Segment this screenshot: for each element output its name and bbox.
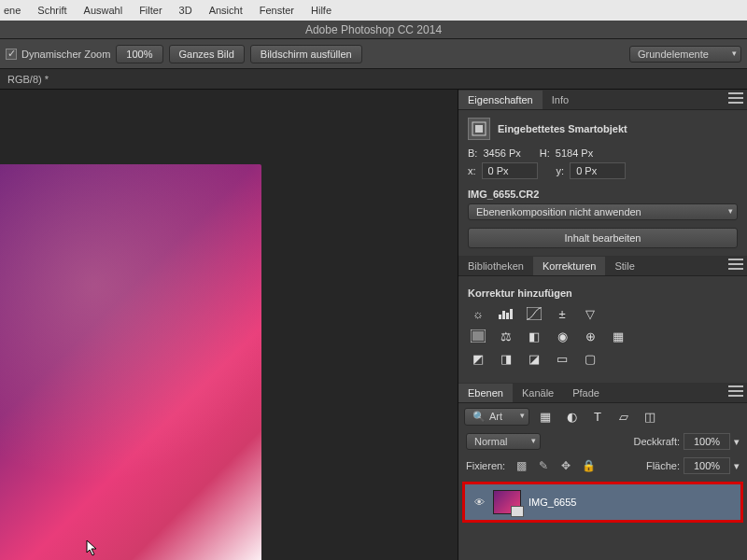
height-label: H: [540, 147, 550, 159]
dynamic-zoom-label: Dynamischer Zoom [21, 49, 110, 60]
edit-contents-button[interactable]: Inhalt bearbeiten [468, 228, 738, 248]
properties-panel-header: Eigenschaften Info [458, 90, 747, 110]
dynamic-zoom-checkbox[interactable]: ✓ Dynamischer Zoom [6, 49, 110, 60]
filter-smart-icon[interactable]: ◫ [640, 407, 660, 426]
panel-menu-icon[interactable] [728, 259, 743, 270]
tab-eigenschaften[interactable]: Eigenschaften [458, 91, 543, 109]
filter-adjust-icon[interactable]: ◐ [561, 407, 582, 426]
x-input[interactable]: 0 Px [482, 162, 538, 179]
properties-panel-body: Eingebettetes Smartobjekt B:3456 Px H:51… [458, 110, 747, 256]
filter-shape-icon[interactable]: ▱ [613, 407, 634, 426]
layers-panel-header: Ebenen Kanäle Pfade [458, 383, 747, 403]
tab-bibliotheken[interactable]: Bibliotheken [458, 257, 533, 275]
visibility-eye-icon[interactable]: 👁 [472, 497, 486, 508]
layer-filter-dropdown[interactable]: 🔍Art [464, 408, 529, 426]
document-tab[interactable]: RGB/8) * [0, 69, 747, 90]
tab-ebenen[interactable]: Ebenen [458, 384, 513, 402]
panel-menu-icon[interactable] [728, 92, 743, 104]
adjust-panel-header: Bibliotheken Korrekturen Stile [458, 256, 747, 276]
tab-stile[interactable]: Stile [605, 257, 643, 275]
adjust-panel-body: Korrektur hinzufügen ☼ ± ▽ ⚖ ◧ ◉ ⊕ ▦ ◩ ◨… [458, 276, 747, 383]
svg-rect-8 [472, 331, 484, 341]
invert-icon[interactable]: ◩ [468, 349, 488, 368]
panel-menu-icon[interactable] [728, 385, 743, 397]
workspace-dropdown[interactable]: Grundelemente [629, 46, 741, 63]
svg-rect-3 [502, 311, 505, 319]
colorlookup-icon[interactable]: ▦ [608, 327, 628, 345]
zoom-100-button[interactable]: 100% [116, 45, 162, 63]
lock-pixels-icon[interactable]: ✎ [535, 457, 552, 474]
layer-row[interactable]: 👁 IMG_6655 [462, 482, 743, 523]
tab-korrekturen[interactable]: Korrekturen [533, 257, 605, 275]
chevron-down-icon[interactable]: ▾ [734, 460, 740, 472]
tab-info[interactable]: Info [543, 91, 578, 109]
y-input[interactable]: 0 Px [570, 162, 626, 179]
layers-filter-row: 🔍Art ▦ ◐ T ▱ ◫ [458, 403, 747, 429]
chevron-down-icon[interactable]: ▾ [734, 436, 740, 448]
menu-ansicht[interactable]: Ansicht [209, 5, 243, 16]
layers-lock-row: Fixieren: ▩ ✎ ✥ 🔒 Fläche: 100% ▾ [458, 454, 747, 478]
checkbox-icon: ✓ [6, 49, 17, 60]
fit-screen-button[interactable]: Ganzes Bild [169, 45, 245, 63]
menu-auswahl[interactable]: Auswahl [84, 5, 123, 16]
layer-thumbnail[interactable] [493, 490, 521, 514]
height-value: 5184 Px [556, 147, 593, 159]
brightness-icon[interactable]: ☼ [468, 304, 488, 323]
fill-screen-button[interactable]: Bildschirm ausfüllen [250, 45, 362, 63]
posterize-icon[interactable]: ◨ [496, 349, 516, 368]
curves-icon[interactable] [524, 304, 544, 323]
gradientmap-icon[interactable]: ▭ [552, 349, 572, 368]
menu-3d[interactable]: 3D [179, 5, 192, 16]
menu-schrift[interactable]: Schrift [37, 5, 66, 16]
menu-filter[interactable]: Filter [139, 5, 162, 16]
layer-comp-dropdown[interactable]: Ebenenkomposition nicht anwenden [468, 203, 738, 220]
levels-icon[interactable] [496, 304, 516, 323]
smart-object-icon [468, 118, 490, 140]
lock-transparency-icon[interactable]: ▩ [513, 457, 529, 474]
svg-rect-5 [510, 309, 513, 319]
lock-all-icon[interactable]: 🔒 [580, 457, 597, 474]
channelmixer-icon[interactable]: ⊕ [580, 327, 600, 345]
panels-column: Eigenschaften Info Eingebettetes Smartob… [458, 90, 747, 560]
fill-label: Fläche: [646, 460, 680, 471]
width-label: B: [468, 147, 477, 159]
cursor-icon [86, 539, 99, 556]
huesat-icon[interactable] [468, 327, 488, 345]
filter-type-icon[interactable]: T [587, 407, 608, 426]
width-value: 3456 Px [483, 147, 520, 159]
smart-object-label: Eingebettetes Smartobjekt [498, 123, 627, 134]
app-title: Adobe Photoshop CC 2014 [305, 23, 442, 36]
menu-hilfe[interactable]: Hilfe [311, 5, 331, 16]
layers-blend-row: Normal Deckkraft: 100% ▾ [458, 429, 747, 454]
menu-fenster[interactable]: Fenster [260, 5, 294, 16]
app-title-bar: Adobe Photoshop CC 2014 [0, 21, 747, 39]
filter-pixel-icon[interactable]: ▦ [535, 407, 556, 426]
threshold-icon[interactable]: ◪ [524, 349, 544, 368]
selectivecolor-icon[interactable]: ▢ [580, 349, 600, 368]
menu-ebene[interactable]: ene [4, 5, 21, 16]
lock-position-icon[interactable]: ✥ [557, 457, 574, 474]
exposure-icon[interactable]: ± [552, 304, 572, 323]
svg-rect-2 [499, 315, 501, 319]
x-label: x: [468, 165, 476, 176]
so-filename-label: IMG_6655.CR2 [468, 189, 738, 200]
bw-icon[interactable]: ◧ [524, 327, 544, 345]
blend-mode-dropdown[interactable]: Normal [466, 433, 541, 450]
vibrance-icon[interactable]: ▽ [580, 304, 600, 323]
adjust-header-label: Korrektur hinzufügen [468, 287, 738, 299]
lock-label: Fixieren: [466, 460, 505, 471]
colorbalance-icon[interactable]: ⚖ [496, 327, 516, 345]
tab-kanaele[interactable]: Kanäle [513, 384, 563, 402]
layer-list: 👁 IMG_6655 [458, 478, 747, 526]
canvas-area[interactable] [0, 90, 458, 560]
tab-pfade[interactable]: Pfade [563, 384, 609, 402]
photofilter-icon[interactable]: ◉ [552, 327, 572, 345]
opacity-label: Deckkraft: [633, 436, 680, 447]
layer-name-label[interactable]: IMG_6655 [529, 497, 576, 508]
svg-rect-1 [475, 125, 483, 133]
y-label: y: [557, 165, 565, 176]
opacity-input[interactable]: 100% [684, 433, 730, 450]
document-image [0, 164, 261, 560]
svg-rect-4 [506, 313, 509, 319]
fill-input[interactable]: 100% [684, 457, 730, 474]
